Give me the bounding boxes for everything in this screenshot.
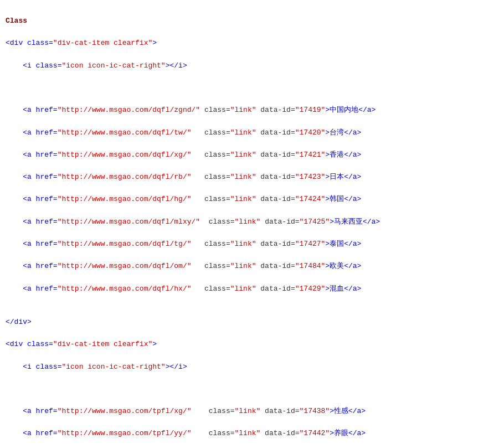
code-view: Class <div class="div-cat-item clearfix"… — [6, 4, 498, 444]
header-label: Class — [6, 17, 27, 25]
